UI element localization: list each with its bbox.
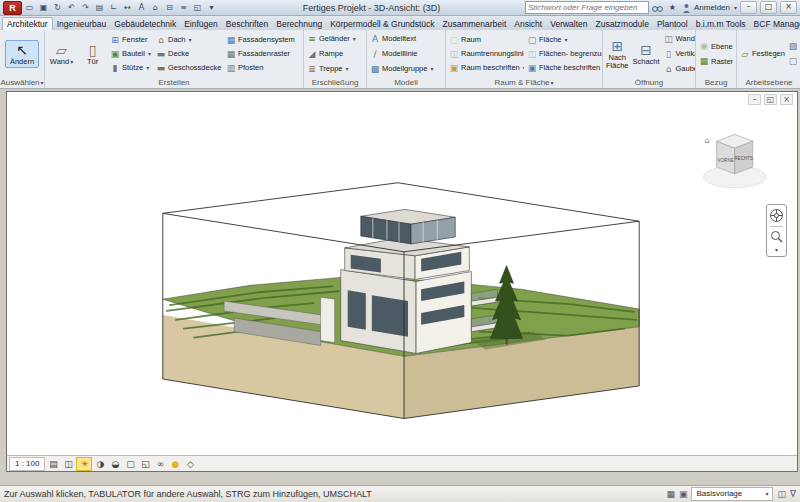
tab-architektur[interactable]: Architektur [2, 17, 53, 30]
nach-flaeche-button[interactable]: ⊞ Nach Fläche [605, 36, 630, 72]
treppe-button[interactable]: ≣Treppe▾ [306, 62, 357, 76]
tab-ingenieurbau[interactable]: Ingenieurbau [53, 18, 111, 30]
redo-icon[interactable]: ↷ [79, 2, 92, 14]
tab-einfuegen[interactable]: Einfügen [180, 18, 222, 30]
thin-lines-icon[interactable]: ≡ [177, 2, 190, 14]
sun-path-icon[interactable]: ☀ [76, 457, 92, 471]
raumtrennungslinie-button[interactable]: ◫Raumtrennungslinie [448, 47, 524, 61]
view-minimize-icon[interactable]: – [748, 94, 761, 105]
section-icon[interactable]: ⊟ [163, 2, 176, 14]
festlegen-button[interactable]: ▱Festlegen [739, 47, 785, 61]
panel-caption-auswaehlen[interactable]: Auswählen▾ [0, 77, 44, 88]
measure-icon[interactable]: ∟ [107, 2, 120, 14]
pfosten-button[interactable]: ▥Pfosten [225, 61, 301, 75]
modelltext-button[interactable]: AModelltext [369, 32, 434, 46]
viewcube[interactable]: VORNE RECHTS ⌂ [704, 134, 766, 187]
temporary-hide-isolate-icon[interactable]: ∞ [153, 458, 167, 470]
exclude-options-icon[interactable]: ◫ [777, 489, 786, 499]
text-icon[interactable]: A [135, 2, 148, 14]
drawing-area[interactable]: VORNE RECHTS ⌂ [7, 92, 797, 455]
sync-icon[interactable]: ↻ [51, 2, 64, 14]
panel-caption-raum-flaeche[interactable]: Raum & Fläche▾ [446, 77, 602, 88]
viewcube-front-label[interactable]: VORNE [718, 158, 734, 163]
signin-label[interactable]: Anmelden [694, 3, 730, 12]
crop-view-icon[interactable]: ▢ [123, 458, 137, 470]
navbar-more-icon[interactable]: ▾ [775, 246, 778, 253]
shadows-icon[interactable]: ◑ [93, 458, 107, 470]
tab-zusatzmodule[interactable]: Zusatzmodule [592, 18, 653, 30]
application-menu-button[interactable]: R [3, 1, 22, 15]
design-options-icon[interactable]: ▣ [679, 489, 688, 499]
default-3d-view-icon[interactable]: ⌂ [149, 2, 162, 14]
favorites-star-icon[interactable]: ★ [666, 2, 679, 14]
tab-beschriften[interactable]: Beschriften [222, 18, 273, 30]
tab-bimm-tools[interactable]: b.i.m.m Tools [692, 18, 750, 30]
vertikal-button[interactable]: ▯Vertikal [663, 47, 695, 61]
visual-style-icon[interactable]: ◫ [61, 458, 75, 470]
tab-gebaeudetechnik[interactable]: Gebäudetechnik [110, 18, 180, 30]
window-close-icon[interactable]: × [780, 1, 797, 14]
unlocked-view-icon[interactable]: ◇ [183, 458, 197, 470]
schacht-button[interactable]: ⊟ Schacht [632, 40, 661, 68]
wand-button[interactable]: ▱ Wand▾ [47, 40, 76, 68]
reveal-hidden-elements-icon[interactable]: ● [168, 458, 182, 470]
view-close-icon[interactable]: × [780, 94, 793, 105]
dach-button[interactable]: ⌂Dach▾ [155, 33, 223, 47]
search-input[interactable] [528, 3, 646, 12]
zoom-icon[interactable] [770, 230, 783, 243]
detail-level-icon[interactable]: ▤ [46, 458, 60, 470]
tab-verwalten[interactable]: Verwalten [546, 18, 591, 30]
tuer-button[interactable]: ▯ Tür [78, 40, 107, 68]
flaeche-beschriften-button[interactable]: ▣Fläche beschriften▾ [526, 61, 602, 75]
tab-zusammenarbeit[interactable]: Zusammenarbeit [439, 18, 511, 30]
show-crop-region-icon[interactable]: ◱ [138, 458, 152, 470]
viewcube-right-label[interactable]: RECHTS [734, 156, 753, 161]
open-icon[interactable]: ▭ [23, 2, 36, 14]
tab-ansicht[interactable]: Ansicht [510, 18, 546, 30]
stuetze-button[interactable]: ▮Stütze▾ [109, 61, 153, 75]
fassadensystem-button[interactable]: ▦Fassadensystem [225, 33, 301, 47]
decke-button[interactable]: ▬Decke [155, 47, 223, 61]
modelllinie-button[interactable]: ∕Modelllinie [369, 47, 434, 61]
workplane-show-button[interactable]: ▨ [787, 39, 799, 53]
viewcube-home-icon[interactable]: ⌂ [705, 136, 710, 145]
ebene-button[interactable]: ◉Ebene [698, 39, 734, 53]
undo-icon[interactable]: ↶ [65, 2, 78, 14]
raum-button[interactable]: ▢Raum [448, 33, 524, 47]
search-binoculars-icon[interactable] [652, 3, 663, 13]
steering-wheel-icon[interactable] [769, 208, 784, 223]
modify-button[interactable]: ↖ Ändern [5, 40, 39, 68]
flaeche-button[interactable]: ▢Fläche▾ [526, 33, 602, 47]
geschossdecke-button[interactable]: ▬Geschossdecke▾ [155, 61, 223, 75]
show-rendering-dialog-icon[interactable]: ◒ [108, 458, 122, 470]
fenster-button[interactable]: ⊞Fenster [109, 33, 153, 47]
fassadenraster-button[interactable]: ▦Fassadenraster [225, 47, 301, 61]
rampe-button[interactable]: ◢Rampe [306, 47, 357, 61]
raum-beschriften-button[interactable]: ▣Raum beschriften▾ [448, 61, 524, 75]
navigation-bar[interactable]: ▾ [766, 204, 787, 257]
save-icon[interactable]: ▣ [37, 2, 50, 14]
window-minimize-icon[interactable]: – [740, 1, 757, 14]
filter-icon[interactable]: ∇ [790, 489, 796, 499]
view-restore-icon[interactable]: ◱ [764, 94, 777, 105]
qat-customize-icon[interactable]: ▾ [205, 2, 218, 14]
gelaender-button[interactable]: ≡Geländer▾ [306, 32, 357, 46]
dimension-icon[interactable]: ↔ [121, 2, 134, 14]
oeffnung-wand-button[interactable]: ◫Wand [663, 32, 695, 46]
tab-plantool[interactable]: Plantool [653, 18, 692, 30]
raster-button[interactable]: ▦Raster [698, 54, 734, 68]
modellgruppe-button[interactable]: ▩Modellgruppe▾ [369, 62, 434, 76]
window-maximize-icon[interactable]: □ [760, 1, 777, 14]
flaechenbegrenzung-button[interactable]: ◫Flächen- begrenzung [526, 47, 602, 61]
switch-windows-icon[interactable]: ◱ [191, 2, 204, 14]
tab-berechnung[interactable]: Berechnung [272, 18, 326, 30]
scale-button[interactable]: 1 : 100 [9, 457, 45, 471]
tab-bcf-manager[interactable]: BCF Manager [750, 18, 800, 30]
signin-dropdown-icon[interactable]: ▾ [734, 4, 737, 11]
print-icon[interactable]: ▤ [93, 2, 106, 14]
bauteil-button[interactable]: ▣Bauteil▾ [109, 47, 153, 61]
active-template-select[interactable]: Basisvorlage ▾ [691, 487, 773, 501]
worksets-icon[interactable]: ▦ [666, 489, 675, 499]
tab-koerpermodell-grundstueck[interactable]: Körpermodell & Grundstück [326, 18, 438, 30]
help-searchbox[interactable] [525, 1, 649, 14]
